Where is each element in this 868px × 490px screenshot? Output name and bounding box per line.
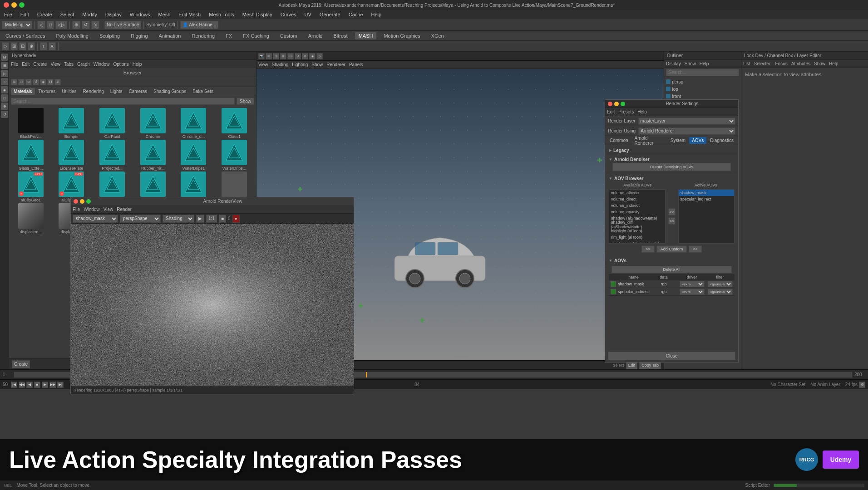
rs-tab-arnold[interactable]: Arnold Renderer: [632, 135, 667, 147]
toolbar-btn-transform1[interactable]: ⊕: [72, 21, 80, 29]
vp-icon-3[interactable]: ⊡: [273, 53, 279, 59]
aov-browser-title[interactable]: AOV Browser: [609, 176, 735, 181]
rv-view[interactable]: View: [104, 207, 113, 212]
mat-projected[interactable]: Projected...: [92, 140, 132, 171]
hs-help[interactable]: Help: [133, 62, 142, 67]
pb-prefs-btn[interactable]: ⚙: [859, 382, 865, 388]
aov-available-1[interactable]: volume_albedo: [609, 190, 665, 196]
close-btn[interactable]: [4, 2, 9, 8]
rs-max-btn[interactable]: [621, 102, 625, 106]
aov-active-specular[interactable]: specular_indirect: [679, 196, 735, 202]
ol-front[interactable]: front: [664, 93, 741, 100]
menu-uv[interactable]: UV: [303, 12, 313, 17]
aov-available-4[interactable]: volume_opacity: [609, 209, 665, 215]
delete-all-btn[interactable]: Delete All: [612, 266, 732, 273]
tab-sculpting[interactable]: Sculpting: [96, 32, 123, 39]
mat-rubber[interactable]: Rubber_Tir...: [133, 140, 173, 171]
hs-icon-1[interactable]: ⊞: [11, 79, 17, 85]
tab-motion-graphics[interactable]: Motion Graphics: [380, 32, 424, 39]
rv-render-content[interactable]: [71, 224, 354, 386]
aov-available-8[interactable]: rim_light (aiToon): [609, 234, 665, 240]
tab-rigging[interactable]: Rigging: [127, 32, 151, 39]
menu-modify[interactable]: Modify: [81, 12, 98, 17]
panel-icon-1[interactable]: M: [1, 54, 8, 61]
aov-back-btn[interactable]: <<: [689, 245, 702, 253]
menu-cache[interactable]: Cache: [347, 12, 365, 17]
hs-edit[interactable]: Edit: [22, 62, 30, 67]
toolbar-btn-3[interactable]: ◁▷: [55, 21, 67, 29]
menu-file[interactable]: File: [3, 12, 14, 17]
rv-layer-select[interactable]: shadow_mask: [73, 215, 118, 223]
aov-available-9[interactable]: crypto_asset (cryptomatte): [609, 240, 665, 244]
vp-icon-2[interactable]: ⊞: [266, 53, 272, 59]
icon-select-3[interactable]: ⊡: [19, 42, 26, 50]
vp-menu-view[interactable]: View: [258, 62, 268, 67]
tab-animation[interactable]: Animation: [155, 32, 185, 39]
pb-next-btn[interactable]: ▶▶: [49, 382, 56, 388]
aovs-section-title[interactable]: AOVs: [609, 258, 735, 263]
no-live-surface-btn[interactable]: No Live Surface: [104, 21, 141, 29]
ol-show[interactable]: Show: [685, 61, 696, 66]
aov-filter-select-2[interactable]: <gaussian>: [708, 289, 733, 295]
rv-record-btn[interactable]: ●: [232, 215, 240, 223]
checkbox-specular[interactable]: [611, 289, 616, 294]
icon-select-1[interactable]: ▷: [2, 42, 9, 50]
rs-denoiser-title[interactable]: Arnold Denoiser: [609, 157, 735, 162]
outliner-search-input[interactable]: [666, 69, 739, 76]
menu-mesh-display[interactable]: Mesh Display: [241, 12, 274, 17]
mat-carpaint[interactable]: CarPaint: [92, 108, 132, 139]
rs-close-btn[interactable]: [608, 102, 612, 106]
hs-create[interactable]: Create: [33, 62, 47, 67]
rv-max-btn[interactable]: [86, 199, 91, 204]
maximize-btn[interactable]: [19, 2, 25, 8]
rv-close-btn[interactable]: [74, 199, 78, 204]
mat-glass-ext[interactable]: Glass_Exte...: [11, 140, 51, 171]
pb-play-btn[interactable]: ▶: [42, 382, 48, 388]
script-editor-label[interactable]: Script Editor: [745, 483, 770, 488]
ol-help[interactable]: Help: [700, 61, 709, 66]
panel-icon-6[interactable]: □: [1, 94, 8, 102]
tab-mash[interactable]: MASH: [355, 32, 377, 39]
rv-min-btn[interactable]: [80, 199, 84, 204]
aov-available-6[interactable]: shadow_diff (aiShadowMatte): [609, 221, 665, 228]
icon-rotate[interactable]: A: [49, 42, 56, 50]
tab-fx[interactable]: FX: [222, 32, 236, 39]
vp-menu-show[interactable]: Show: [311, 62, 323, 67]
hs-tab-utilities[interactable]: Utilities: [59, 88, 79, 95]
menu-display[interactable]: Display: [104, 12, 123, 17]
rv-render[interactable]: Render: [117, 207, 132, 212]
mat-clip-geo1[interactable]: GPU × aiClipGeo1: [11, 172, 51, 202]
rs-tab-diagnostics[interactable]: Diagnostics: [707, 137, 736, 144]
hs-show-btn[interactable]: Show: [237, 98, 254, 105]
hs-options[interactable]: Options: [113, 62, 128, 67]
aov-available-2[interactable]: volume_direct: [609, 196, 665, 202]
hs-icon-7[interactable]: ≡: [54, 79, 61, 85]
menu-windows[interactable]: Windows: [128, 12, 152, 17]
vp-icon-5[interactable]: □: [287, 53, 294, 59]
vp-icon-9[interactable]: ▷: [316, 53, 323, 59]
tab-bifrost[interactable]: Bifrost: [330, 32, 351, 39]
pb-back-btn[interactable]: ◀: [26, 382, 33, 388]
vp-icon-4[interactable]: ⊕: [280, 53, 286, 59]
hs-create-btn[interactable]: Create: [12, 360, 30, 368]
ol-persp[interactable]: persp: [664, 78, 741, 85]
aov-check-2[interactable]: [610, 289, 617, 295]
rs-using-select[interactable]: Arnold Renderer: [638, 127, 735, 135]
aov-check-1[interactable]: [610, 281, 617, 287]
mat-displace1[interactable]: displacem...: [11, 203, 51, 234]
vp-menu-renderer[interactable]: Renderer: [326, 62, 345, 67]
panel-icon-5[interactable]: ◈: [1, 86, 8, 93]
toolbar-btn-transform3[interactable]: ⇲: [91, 21, 99, 29]
rv-file[interactable]: File: [73, 207, 80, 212]
rv-shading-select[interactable]: Shading: [163, 215, 194, 223]
aov-prev-btn[interactable]: >>: [641, 245, 655, 253]
hs-icon-3[interactable]: ⊕: [25, 79, 32, 85]
icon-select-2[interactable]: ⊞: [10, 42, 18, 50]
rs-edit[interactable]: Edit: [607, 109, 615, 114]
toolbar-btn-2[interactable]: □: [47, 21, 54, 29]
active-aovs-list[interactable]: shadow_mask specular_indirect: [678, 189, 735, 244]
hs-tab-lights[interactable]: Lights: [108, 88, 125, 95]
menu-select[interactable]: Select: [59, 12, 76, 17]
aov-add-custom-btn[interactable]: Add Custom: [656, 245, 687, 253]
mat-glass1[interactable]: Class1: [214, 108, 254, 139]
